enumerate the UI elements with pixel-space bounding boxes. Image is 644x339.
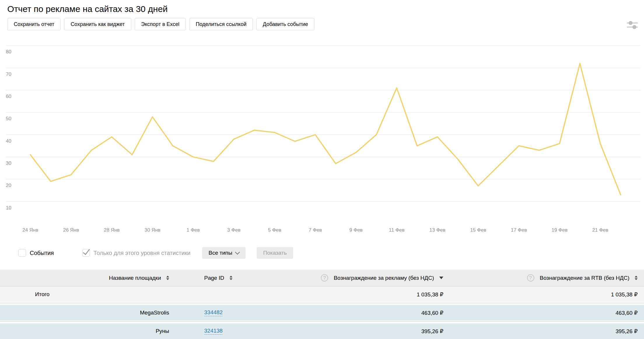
column-header-rtb-reward-label: Вознаграждение за RTB (без НДС) bbox=[540, 275, 629, 281]
chart-area: 807060504030201024 Янв26 Янв28 Янв30 Янв… bbox=[0, 41, 644, 234]
x-axis-label: 24 Янв bbox=[22, 227, 38, 233]
ad-reward-cell: 463,60 ₽ bbox=[262, 310, 446, 316]
events-bar: События Только для этого уровня статисти… bbox=[18, 247, 644, 259]
column-header-page-id[interactable]: Page ID bbox=[175, 275, 262, 281]
x-axis-label: 1 Фев bbox=[187, 227, 200, 233]
x-axis-label: 26 Янв bbox=[63, 227, 79, 233]
y-axis-label: 80 bbox=[6, 49, 11, 55]
page-id-cell: 324138 bbox=[175, 328, 262, 335]
save-report-button[interactable]: Сохранить отчет bbox=[7, 18, 61, 30]
table-row: Руны 324138 395,26 ₽ 395,26 ₽ bbox=[0, 323, 644, 339]
rtb-reward-cell: 463,60 ₽ bbox=[446, 310, 644, 316]
report-header: Отчет по рекламе на сайтах за 30 дней Со… bbox=[0, 0, 644, 30]
page-id-link[interactable]: 334482 bbox=[204, 309, 223, 316]
export-excel-button[interactable]: Экспорт в Excel bbox=[135, 18, 186, 30]
events-checkbox[interactable] bbox=[18, 249, 26, 257]
x-axis-label: 13 Фев bbox=[429, 227, 445, 233]
data-line bbox=[30, 63, 621, 195]
column-header-page-id-label: Page ID bbox=[204, 275, 224, 281]
events-checkbox-label: События bbox=[30, 250, 54, 256]
sort-desc-icon[interactable] bbox=[439, 277, 443, 279]
x-axis-label: 3 Фев bbox=[227, 227, 241, 233]
table-row: MegaStrolis 334482 463,60 ₽ 463,60 ₽ bbox=[0, 305, 644, 321]
x-axis-label: 5 Фев bbox=[268, 227, 281, 233]
question-circle-icon[interactable] bbox=[321, 274, 328, 282]
y-axis-label: 30 bbox=[6, 160, 11, 166]
sort-icon[interactable] bbox=[635, 276, 638, 280]
x-axis-label: 11 Фев bbox=[389, 227, 405, 233]
ad-reward-cell: 395,26 ₽ bbox=[262, 328, 446, 335]
y-axis-label: 40 bbox=[6, 138, 11, 144]
share-link-button[interactable]: Поделиться ссылкой bbox=[189, 18, 253, 30]
y-axis-label: 10 bbox=[6, 205, 11, 211]
y-axis-label: 50 bbox=[6, 116, 11, 121]
x-axis-label: 30 Янв bbox=[145, 227, 160, 233]
page-id-link[interactable]: 324138 bbox=[204, 328, 223, 335]
x-axis-label: 15 Фев bbox=[470, 227, 486, 233]
save-as-widget-button[interactable]: Сохранить как виджет bbox=[64, 18, 131, 30]
site-name-cell: MegaStrolis bbox=[0, 310, 175, 316]
report-page: Отчет по рекламе на сайтах за 30 дней Со… bbox=[0, 0, 644, 339]
rtb-reward-cell: 395,26 ₽ bbox=[446, 328, 644, 335]
sort-icon[interactable] bbox=[166, 276, 169, 280]
level-checkbox-label: Только для этого уровня статистики bbox=[94, 250, 190, 256]
sliders-icon-svg bbox=[625, 19, 639, 32]
x-axis-label: 7 Фев bbox=[309, 227, 322, 233]
totals-rtb-reward: 1 035,38 ₽ bbox=[446, 291, 644, 298]
y-axis-label: 60 bbox=[6, 94, 11, 99]
row-divider bbox=[0, 303, 644, 305]
y-axis-label: 20 bbox=[6, 183, 11, 188]
report-table: Название площадки Page ID Вознаграждение… bbox=[0, 270, 644, 339]
column-header-site-name[interactable]: Название площадки bbox=[0, 275, 175, 281]
totals-label: Итого bbox=[0, 291, 175, 298]
page-id-cell: 334482 bbox=[175, 309, 262, 316]
show-button[interactable]: Показать bbox=[257, 247, 293, 259]
event-types-dropdown-label: Все типы bbox=[209, 250, 232, 256]
event-types-dropdown[interactable]: Все типы bbox=[202, 247, 246, 259]
x-axis-label: 17 Фев bbox=[511, 227, 527, 233]
x-axis-label: 21 Фев bbox=[592, 227, 608, 233]
column-header-site-name-label: Название площадки bbox=[109, 275, 161, 281]
sort-icon[interactable] bbox=[230, 276, 232, 280]
x-axis-label: 9 Фев bbox=[349, 227, 363, 233]
x-axis-label: 28 Янв bbox=[104, 227, 120, 233]
row-divider bbox=[0, 321, 644, 323]
table-header-row: Название площадки Page ID Вознаграждение… bbox=[0, 270, 644, 286]
toolbar: Сохранить отчет Сохранить как виджет Экс… bbox=[7, 18, 637, 30]
report-chart: 807060504030201024 Янв26 Янв28 Янв30 Янв… bbox=[0, 41, 644, 234]
add-event-button[interactable]: Добавить событие bbox=[256, 18, 314, 30]
site-name-cell: Руны bbox=[0, 328, 175, 334]
level-checkbox[interactable] bbox=[82, 249, 90, 257]
question-circle-icon[interactable] bbox=[527, 274, 534, 282]
column-header-ad-reward[interactable]: Вознаграждение за рекламу (без НДС) bbox=[262, 274, 446, 282]
sliders-icon[interactable] bbox=[625, 19, 639, 32]
totals-ad-reward: 1 035,38 ₽ bbox=[262, 291, 446, 298]
column-header-rtb-reward[interactable]: Вознаграждение за RTB (без НДС) bbox=[446, 274, 644, 282]
x-axis-label: 19 Фев bbox=[552, 227, 568, 233]
y-axis-label: 70 bbox=[6, 71, 11, 77]
table-body: MegaStrolis 334482 463,60 ₽ 463,60 ₽ Рун… bbox=[0, 303, 644, 339]
page-title: Отчет по рекламе на сайтах за 30 дней bbox=[7, 4, 637, 15]
totals-row: Итого 1 035,38 ₽ 1 035,38 ₽ bbox=[0, 286, 644, 302]
column-header-ad-reward-label: Вознаграждение за рекламу (без НДС) bbox=[334, 275, 434, 281]
show-button-label: Показать bbox=[263, 250, 287, 256]
